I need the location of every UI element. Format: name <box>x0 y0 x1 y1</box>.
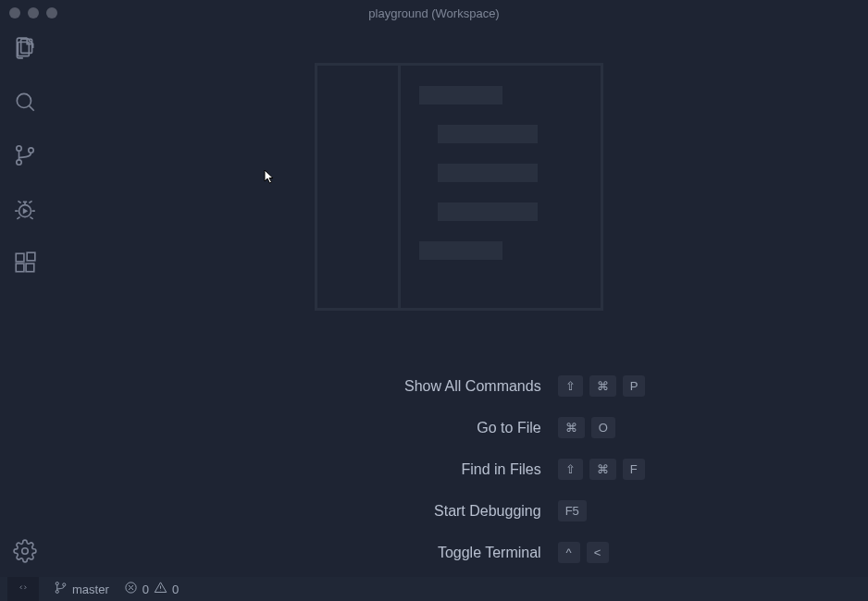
warning-icon <box>154 581 167 597</box>
bug-icon <box>13 197 37 225</box>
watermark-sidebar <box>317 66 401 308</box>
shortcut-keys: ⌘ O <box>558 417 615 438</box>
key: < <box>587 542 609 563</box>
error-icon <box>124 581 138 597</box>
watermark-line <box>419 86 502 104</box>
remote-button[interactable] <box>7 577 39 601</box>
welcome-shortcuts: Show All Commands ⇧ ⌘ P Go to File ⌘ O F… <box>273 375 646 563</box>
maximize-window-button[interactable] <box>46 7 57 18</box>
shortcut-keys: ⇧ ⌘ P <box>558 375 646 397</box>
svg-rect-12 <box>27 252 35 261</box>
warning-count: 0 <box>172 583 179 596</box>
svg-point-6 <box>29 148 33 153</box>
activity-bar <box>0 26 50 577</box>
watermark-content <box>401 66 601 308</box>
key: O <box>591 417 615 438</box>
debug-tab[interactable] <box>12 198 38 224</box>
key: F <box>623 459 645 480</box>
titlebar: playground (Workspace) <box>0 0 868 26</box>
extensions-tab[interactable] <box>12 251 38 277</box>
svg-point-16 <box>63 583 66 586</box>
editor-watermark <box>315 63 603 311</box>
source-control-tab[interactable] <box>12 144 38 170</box>
shortcut-keys: ⇧ ⌘ F <box>558 459 645 480</box>
minimize-window-button[interactable] <box>28 7 39 18</box>
key: ⇧ <box>558 375 583 397</box>
shortcut-label: Find in Files <box>273 461 541 478</box>
svg-point-15 <box>56 590 58 593</box>
svg-line-3 <box>29 105 33 110</box>
shortcut-label: Go to File <box>273 420 541 436</box>
shortcut-label: Show All Commands <box>273 378 541 395</box>
shortcut-find-in-files[interactable]: Find in Files ⇧ ⌘ F <box>273 459 646 480</box>
key: ⌘ <box>589 459 616 480</box>
watermark-line <box>419 241 502 260</box>
search-icon <box>13 90 37 117</box>
key: F5 <box>558 500 587 521</box>
watermark-line <box>438 164 538 182</box>
git-branch-icon <box>13 143 37 171</box>
shortcut-toggle-terminal[interactable]: Toggle Terminal ^ < <box>273 542 646 563</box>
branch-name: master <box>72 583 109 596</box>
git-branch-status[interactable]: master <box>54 581 109 597</box>
files-icon <box>13 36 37 64</box>
git-branch-icon <box>54 581 68 597</box>
gear-icon <box>13 539 37 567</box>
svg-point-2 <box>17 93 31 107</box>
svg-rect-10 <box>16 264 24 272</box>
key: ⇧ <box>558 459 583 480</box>
key: ⌘ <box>558 417 585 438</box>
editor-area: Show All Commands ⇧ ⌘ P Go to File ⌘ O F… <box>50 26 868 577</box>
settings-button[interactable] <box>12 540 38 566</box>
svg-marker-8 <box>23 208 28 215</box>
remote-icon <box>17 582 30 597</box>
status-bar: master 0 0 <box>0 577 868 601</box>
watermark-line <box>438 202 538 221</box>
shortcut-show-commands[interactable]: Show All Commands ⇧ ⌘ P <box>273 375 646 397</box>
problems-status[interactable]: 0 0 <box>124 581 179 597</box>
shortcut-keys: ^ < <box>558 542 609 563</box>
key: ^ <box>558 542 580 563</box>
svg-point-4 <box>17 146 21 151</box>
shortcut-start-debugging[interactable]: Start Debugging F5 <box>273 500 646 521</box>
search-tab[interactable] <box>12 91 38 117</box>
close-window-button[interactable] <box>9 7 20 18</box>
watermark-line <box>438 125 538 143</box>
error-count: 0 <box>143 583 149 596</box>
shortcut-label: Start Debugging <box>273 503 541 520</box>
key: P <box>623 375 646 397</box>
svg-point-14 <box>56 583 58 585</box>
svg-point-5 <box>17 160 21 165</box>
shortcut-go-to-file[interactable]: Go to File ⌘ O <box>273 417 646 438</box>
svg-rect-11 <box>26 264 34 272</box>
extensions-icon <box>13 251 37 278</box>
shortcut-label: Toggle Terminal <box>273 545 541 561</box>
shortcut-keys: F5 <box>558 500 587 521</box>
window-controls <box>0 7 57 18</box>
key: ⌘ <box>589 375 616 397</box>
svg-point-13 <box>22 548 29 555</box>
explorer-tab[interactable] <box>12 37 38 63</box>
window-title: playground (Workspace) <box>368 6 499 20</box>
svg-rect-9 <box>16 253 24 262</box>
